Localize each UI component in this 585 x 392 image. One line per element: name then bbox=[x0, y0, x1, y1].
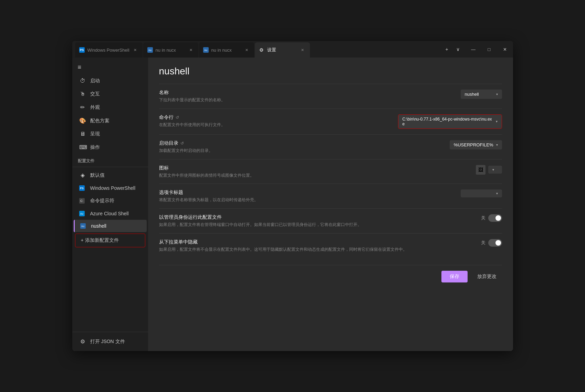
sidebar-item-appearance[interactable]: ✏ 外观 bbox=[74, 101, 147, 114]
hide-from-dropdown-toggle[interactable] bbox=[488, 239, 502, 247]
sidebar-item-interaction[interactable]: 🖱 交互 bbox=[74, 87, 147, 101]
tab-title-setting-row: 选项卡标题 将配置文件名称替换为标题，以在启动时传递给外壳。 ▾ bbox=[159, 184, 502, 208]
sidebar-item-nushell-label: nushell bbox=[91, 223, 106, 229]
tab-title-setting-label: 选项卡标题 bbox=[159, 189, 455, 196]
settings-content: nushell 名称 下拉列表中显示的配置文件的名称。 nushell ▾ bbox=[148, 58, 513, 351]
hide-from-dropdown-toggle-label: 关 bbox=[481, 240, 485, 246]
sidebar-item-cmd-label: 命令提示符 bbox=[90, 198, 114, 204]
icon-setting-desc: 配置文件中所使用图标的表情符号或图像文件位置。 bbox=[159, 173, 470, 178]
titlebar-actions: + ∨ bbox=[439, 44, 466, 54]
icon-setting-right: 🖼 ▾ bbox=[476, 165, 502, 175]
tab-settings[interactable]: ⚙ 设置 ✕ bbox=[255, 42, 310, 58]
startup-dir-setting-desc: 加载配置文件时启动的目录。 bbox=[159, 148, 444, 154]
command-line-setting-left: 命令行 ↺ 在配置文件中所使用的可执行文件。 bbox=[159, 114, 393, 128]
defaults-icon: ◈ bbox=[79, 172, 86, 178]
close-button[interactable]: ✕ bbox=[497, 44, 513, 55]
sidebar-item-cmd[interactable]: C: 命令提示符 bbox=[74, 194, 147, 207]
tab-title-setting-desc: 将配置文件名称替换为标题，以在启动时传递给外壳。 bbox=[159, 197, 455, 203]
icon-dropdown[interactable]: ▾ bbox=[488, 166, 502, 174]
profiles-section-label: 配置文件 bbox=[72, 154, 148, 165]
sidebar-item-actions[interactable]: ⌨ 操作 bbox=[74, 141, 147, 154]
rendering-icon: 🖥 bbox=[79, 131, 86, 137]
startup-dir-setting-left: 启动目录 ↺ 加载配置文件时启动的目录。 bbox=[159, 140, 444, 154]
tab-nu2[interactable]: nu nu in nucx ✕ bbox=[199, 42, 254, 58]
tab-nu1-label: nu in nucx bbox=[156, 48, 185, 53]
name-setting-desc: 下拉列表中显示的配置文件的名称。 bbox=[159, 97, 455, 103]
sidebar-item-nushell[interactable]: nu nushell bbox=[74, 220, 147, 232]
hide-from-dropdown-setting-left: 从下拉菜单中隐藏 如果启用，配置文件将不会显示在配置文件列表中。这可用于隐藏默认… bbox=[159, 239, 476, 252]
tab-title-setting-left: 选项卡标题 将配置文件名称替换为标题，以在启动时传递给外壳。 bbox=[159, 189, 455, 203]
run-as-admin-toggle-wrap: 关 bbox=[481, 214, 502, 222]
nu2-tab-icon: nu bbox=[203, 47, 209, 53]
name-setting-right: nushell ▾ bbox=[461, 90, 502, 99]
hamburger-button[interactable]: ≡ bbox=[72, 60, 148, 74]
name-dropdown[interactable]: nushell ▾ bbox=[461, 90, 502, 99]
tab-nu1-close[interactable]: ✕ bbox=[188, 47, 194, 53]
tab-settings-close[interactable]: ✕ bbox=[300, 47, 306, 53]
discard-button[interactable]: 放弃更改 bbox=[472, 271, 502, 282]
new-tab-button[interactable]: + bbox=[442, 44, 452, 54]
tab-settings-label: 设置 bbox=[267, 47, 297, 53]
startup-icon: ⏱ bbox=[79, 78, 86, 84]
tab-powershell-close[interactable]: ✕ bbox=[132, 47, 138, 53]
cmd-icon: C: bbox=[79, 198, 86, 204]
icon-chevron-icon: ▾ bbox=[492, 168, 494, 172]
sidebar-item-actions-label: 操作 bbox=[90, 144, 100, 151]
azure-icon: Az bbox=[79, 211, 86, 216]
nushell-sidebar-icon: nu bbox=[80, 223, 87, 229]
sidebar-item-startup[interactable]: ⏱ 启动 bbox=[74, 74, 147, 87]
command-line-highlight-box: C:\bin\nu-0.77.1-x86_64-pc-windows-msvc\… bbox=[398, 114, 502, 129]
startup-dir-setting-row: 启动目录 ↺ 加载配置文件时启动的目录。 %USERPROFILE% ▾ bbox=[159, 134, 502, 159]
sidebar-item-color-scheme[interactable]: 🎨 配色方案 bbox=[74, 114, 147, 127]
window-buttons: — □ ✕ bbox=[466, 44, 513, 55]
run-as-admin-setting-left: 以管理员身份运行此配置文件 如果启用，配置文件将在管理终端窗口中自动打开。如果当… bbox=[159, 214, 476, 228]
run-as-admin-setting-right: 关 bbox=[481, 214, 502, 222]
startup-dir-reset-icon[interactable]: ↺ bbox=[180, 141, 184, 146]
command-line-reset-icon[interactable]: ↺ bbox=[176, 115, 179, 120]
sidebar-item-defaults[interactable]: ◈ 默认值 bbox=[74, 168, 147, 182]
name-setting-left: 名称 下拉列表中显示的配置文件的名称。 bbox=[159, 90, 455, 103]
startup-dir-dropdown[interactable]: %USERPROFILE% ▾ bbox=[450, 140, 502, 149]
name-setting-row: 名称 下拉列表中显示的配置文件的名称。 nushell ▾ bbox=[159, 84, 502, 109]
maximize-button[interactable]: □ bbox=[481, 44, 497, 55]
dropdown-button[interactable]: ∨ bbox=[453, 44, 463, 54]
sidebar: ≡ ⏱ 启动 🖱 交互 ✏ 外观 🎨 配色方案 🖥 呈现 ⌨ bbox=[72, 58, 148, 351]
icon-preview-box: 🖼 bbox=[476, 165, 485, 175]
sidebar-item-powershell[interactable]: PS Windows PowerShell bbox=[74, 182, 147, 194]
tab-nu2-close[interactable]: ✕ bbox=[244, 47, 250, 53]
run-as-admin-setting-row: 以管理员身份运行此配置文件 如果启用，配置文件将在管理终端窗口中自动打开。如果当… bbox=[159, 208, 502, 233]
hide-from-dropdown-setting-row: 从下拉菜单中隐藏 如果启用，配置文件将不会显示在配置文件列表中。这可用于隐藏默认… bbox=[159, 233, 502, 258]
tab-title-setting-right: ▾ bbox=[461, 189, 502, 197]
powershell-tab-icon: PS bbox=[79, 47, 85, 53]
nu1-tab-icon: nu bbox=[147, 47, 153, 53]
run-as-admin-setting-desc: 如果启用，配置文件将在管理终端窗口中自动打开。如果当前窗口已以管理员身份运行，它… bbox=[159, 222, 476, 228]
page-title: nushell bbox=[159, 66, 502, 77]
open-json-label: 打开 JSON 文件 bbox=[90, 339, 125, 345]
open-json-button[interactable]: ⚙ 打开 JSON 文件 bbox=[74, 335, 147, 348]
tab-nu1[interactable]: nu nu in nucx ✕ bbox=[143, 42, 198, 58]
main-layout: ≡ ⏱ 启动 🖱 交互 ✏ 外观 🎨 配色方案 🖥 呈现 ⌨ bbox=[72, 58, 513, 351]
run-as-admin-toggle[interactable] bbox=[488, 214, 502, 222]
json-gear-icon: ⚙ bbox=[79, 338, 86, 345]
sidebar-item-azure-label: Azure Cloud Shell bbox=[90, 211, 129, 216]
minimize-button[interactable]: — bbox=[466, 44, 481, 55]
tab-powershell[interactable]: PS Windows PowerShell ✕ bbox=[75, 42, 143, 58]
sidebar-item-color-label: 配色方案 bbox=[90, 118, 109, 124]
save-button[interactable]: 保存 bbox=[441, 271, 468, 282]
sidebar-divider bbox=[72, 167, 148, 167]
command-line-setting-row: 命令行 ↺ 在配置文件中所使用的可执行文件。 C:\bin\nu-0.77.1-… bbox=[159, 109, 502, 134]
add-profile-button[interactable]: + 添加新配置文件 bbox=[75, 234, 145, 247]
tab-title-dropdown[interactable]: ▾ bbox=[461, 189, 502, 197]
sidebar-item-powershell-label: Windows PowerShell bbox=[90, 185, 136, 191]
sidebar-item-interaction-label: 交互 bbox=[90, 91, 100, 97]
startup-dir-setting-label: 启动目录 ↺ bbox=[159, 140, 444, 146]
name-chevron-icon: ▾ bbox=[496, 92, 498, 96]
terminal-window: PS Windows PowerShell ✕ nu nu in nucx ✕ … bbox=[72, 41, 513, 351]
sidebar-item-rendering[interactable]: 🖥 呈现 bbox=[74, 127, 147, 141]
icon-setting-left: 图标 配置文件中所使用图标的表情符号或图像文件位置。 bbox=[159, 165, 470, 178]
hide-from-dropdown-toggle-wrap: 关 bbox=[481, 239, 502, 247]
command-line-dropdown[interactable]: C:\bin\nu-0.77.1-x86_64-pc-windows-msvc\… bbox=[398, 115, 502, 128]
command-line-setting-label: 命令行 ↺ bbox=[159, 114, 393, 121]
powershell-sidebar-icon: PS bbox=[79, 185, 86, 191]
sidebar-item-azure[interactable]: Az Azure Cloud Shell bbox=[74, 207, 147, 220]
